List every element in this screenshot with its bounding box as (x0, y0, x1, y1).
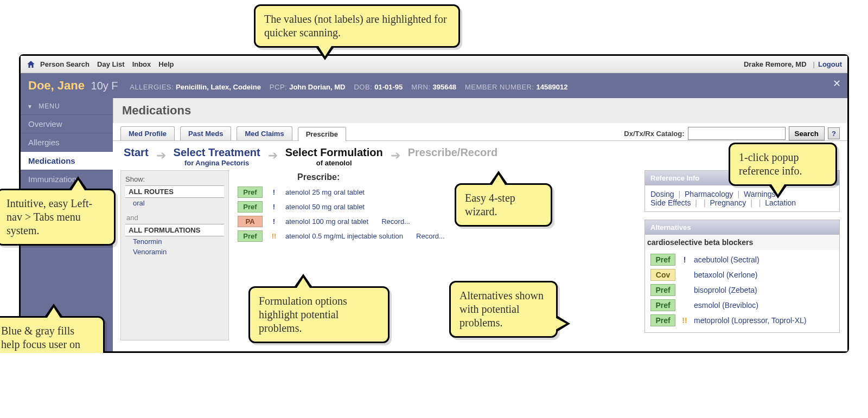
catalog-search-input[interactable] (688, 127, 786, 140)
separator: | (759, 198, 763, 207)
catalog-search-label: Dx/Tx/Rx Catalog: (624, 130, 684, 138)
alternative-link[interactable]: bisoprolol (Zebeta) (694, 286, 834, 294)
reference-link-side-effects[interactable]: Side Effects (650, 198, 691, 207)
coverage-badge: Pref (650, 299, 675, 311)
filter-formulation-item[interactable]: Venoramin (125, 247, 224, 257)
alternative-row: Prefbisoprolol (Zebeta) (648, 282, 836, 298)
vertical-separator: | (813, 60, 815, 68)
close-icon[interactable]: ✕ (833, 78, 841, 89)
rx-row: PA!atenolol 100 mg oral tabletRecord... (238, 216, 636, 227)
rx-row: Pref!atenolol 50 mg oral tablet (238, 201, 636, 213)
alternatives-header: Alternatives (645, 220, 839, 235)
patient-field: MRN:395648 (411, 83, 456, 91)
separator: | (748, 198, 754, 207)
coverage-badge: Pref (650, 284, 675, 296)
coverage-badge: Pref (238, 230, 263, 242)
menu-person-search[interactable]: Person Search (40, 60, 90, 68)
reference-link-pharmacology[interactable]: Pharmacology (685, 190, 733, 198)
filter-formulation-item[interactable]: Tenormin (125, 236, 224, 247)
wizard-arrow-icon: ➔ (391, 146, 400, 163)
patient-field: MEMBER NUMBER:14589012 (465, 83, 567, 91)
page-title: Medications (113, 98, 847, 123)
reference-info-links: Dosing | Pharmacology | WarningsSide Eff… (645, 185, 839, 211)
record-link[interactable]: Record... (416, 232, 445, 240)
leftnav-header[interactable]: ▼ MENU (21, 98, 113, 115)
wizard-step-subtitle: of atenolol (285, 159, 383, 167)
coverage-badge: Cov (650, 269, 675, 281)
rx-name-link[interactable]: atenolol 100 mg oral tablet (285, 217, 368, 226)
rx-name-link[interactable]: atenolol 50 mg oral tablet (285, 203, 365, 211)
separator: | (676, 190, 682, 198)
filter-route-item[interactable]: oral (125, 198, 224, 208)
alternative-row: Prefesmolol (Brevibloc) (648, 298, 836, 313)
reference-link-dosing[interactable]: Dosing (650, 190, 674, 198)
reference-link-pregnancy[interactable]: Pregnancy (710, 198, 746, 207)
patient-header: Doe, Jane 10y F ALLERGIES:Penicillin, La… (21, 73, 847, 98)
prescribe-header: Prescribe: (297, 172, 636, 182)
separator: | (693, 198, 699, 207)
tab-row: Med ProfilePast MedsMed ClaimsPrescribe … (113, 123, 847, 141)
patient-field-label: PCP: (270, 83, 287, 91)
rx-row: Pref!atenolol 25 mg oral tablet (238, 187, 636, 198)
right-panels: Reference Info Dosing | Pharmacology | W… (644, 170, 840, 340)
warning-icon: !! (270, 232, 278, 240)
alternative-link[interactable]: metoprolol (Lopressor, Toprol-XL) (694, 316, 834, 325)
wizard-step[interactable]: Select Treatmentfor Angina Pectoris (174, 146, 260, 167)
filter-routes-header[interactable]: ALL ROUTES (125, 185, 224, 198)
filter-show-label: Show: (125, 175, 224, 183)
wizard-step[interactable]: Start (124, 146, 149, 159)
help-icon[interactable]: ? (828, 127, 840, 139)
patient-field-label: MRN: (411, 83, 430, 91)
wizard-step-title: Prescribe/Record (408, 146, 498, 159)
sidebar-item-immunizations[interactable]: Immunizations (21, 170, 113, 189)
rx-name-link[interactable]: atenolol 0.5 mg/mL injectable solution (285, 232, 403, 240)
alternatives-group: cardioselective beta blockers (645, 235, 839, 250)
warning-icon: !! (681, 316, 688, 325)
patient-field-value: John Dorian, MD (289, 83, 345, 91)
triangle-down-icon: ▼ (27, 104, 33, 110)
sidebar-item-medications[interactable]: Medications (21, 152, 113, 170)
wizard-step[interactable]: Select Formulationof atenolol (285, 146, 383, 167)
record-link[interactable]: Record... (381, 217, 410, 226)
rx-row: Pref!!atenolol 0.5 mg/mL injectable solu… (238, 230, 636, 242)
home-icon[interactable] (26, 60, 36, 69)
wizard-step-title: Select Formulation (285, 146, 383, 159)
patient-field-label: ALLERGIES: (130, 83, 174, 91)
rx-name-link[interactable]: atenolol 25 mg oral tablet (285, 188, 365, 196)
reference-link-lactation[interactable]: Lactation (765, 198, 796, 207)
alternative-link[interactable]: esmolol (Brevibloc) (694, 301, 834, 310)
menubar: Person Search Day List Inbox Help Drake … (21, 56, 847, 73)
patient-field-label: MEMBER NUMBER: (465, 83, 534, 91)
catalog-search-button[interactable]: Search (789, 126, 825, 140)
patient-field-value: 01-01-95 (374, 83, 403, 91)
tab-prescribe[interactable]: Prescribe (298, 127, 346, 141)
patient-age-sex: 10y F (91, 80, 118, 92)
menu-inbox[interactable]: Inbox (132, 60, 151, 68)
tab-past-meds[interactable]: Past Meds (180, 126, 231, 140)
filter-and: and (126, 214, 224, 222)
coverage-badge: Pref (238, 201, 263, 213)
wizard-arrow-icon: ➔ (156, 146, 166, 163)
tab-med-profile[interactable]: Med Profile (120, 126, 175, 140)
callout-leftnav-tabs: Intuitive, easy Left-nav > Tabs menu sys… (0, 189, 116, 246)
callout-reference-popup: 1-click popup reference info. (729, 143, 837, 186)
patient-field: ALLERGIES:Penicillin, Latex, Codeine (130, 83, 261, 91)
filter-formulations-header[interactable]: ALL FORMULATIONS (125, 224, 224, 236)
body: ▼ MENU OverviewAllergiesMedicationsImmun… (21, 98, 847, 351)
patient-field-value: 395648 (433, 83, 456, 91)
patient-field-label: DOB: (354, 83, 372, 91)
patient-field-value: Penicillin, Latex, Codeine (176, 83, 261, 91)
menu-day-list[interactable]: Day List (97, 60, 125, 68)
logout-link[interactable]: Logout (818, 60, 842, 68)
menu-help[interactable]: Help (158, 60, 174, 68)
sidebar-item-allergies[interactable]: Allergies (21, 133, 113, 152)
alternative-link[interactable]: betaxolol (Kerlone) (694, 271, 834, 279)
alternative-link[interactable]: acebutolol (Sectral) (694, 255, 834, 264)
current-user: Drake Remore, MD (744, 60, 807, 68)
sidebar-item-overview[interactable]: Overview (21, 115, 113, 133)
tab-med-claims[interactable]: Med Claims (237, 126, 292, 140)
alternative-row: Pref!acebutolol (Sectral) (648, 252, 836, 267)
wizard-step-subtitle: for Angina Pectoris (174, 159, 260, 167)
coverage-badge: PA (238, 216, 263, 227)
patient-field: DOB:01-01-95 (354, 83, 403, 91)
